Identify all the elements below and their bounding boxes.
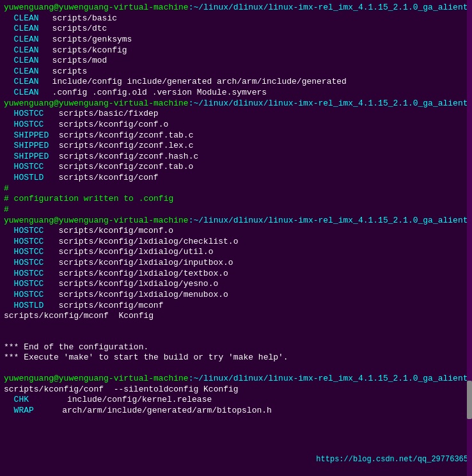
line-23: HOSTCC scripts/kconfig/lxdialog/util.o bbox=[4, 247, 468, 258]
line-13: SHIPPED scripts/kconfig/zconf.lex.c bbox=[4, 141, 468, 152]
line-0: yuwenguang@yuwenguang-virtual-machine:~/… bbox=[4, 3, 468, 13]
line-36: scripts/kconfig/conf --silentoldconfig K… bbox=[4, 385, 468, 395]
line-17: # bbox=[4, 184, 468, 194]
line-19: # bbox=[4, 205, 468, 216]
line-22: HOSTCC scripts/kconfig/lxdialog/checklis… bbox=[4, 237, 468, 248]
line-14: SHIPPED scripts/kconfig/zconf.hash.c bbox=[4, 152, 468, 163]
line-20: yuwenguang@yuwenguang-virtual-machine:~/… bbox=[4, 216, 468, 226]
line-28: HOSTLD scripts/kconfig/mconf bbox=[4, 301, 468, 312]
line-37: CHK include/config/kernel.release bbox=[4, 395, 468, 406]
line-30 bbox=[4, 322, 468, 332]
line-16: HOSTLD scripts/kconfig/conf bbox=[4, 173, 468, 184]
line-5: CLEAN scripts/mod bbox=[4, 56, 468, 67]
watermark: https://blog.csdn.net/qq_29776365 bbox=[316, 455, 468, 464]
line-7: CLEAN include/config include/generated a… bbox=[4, 77, 468, 88]
line-25: HOSTCC scripts/kconfig/lxdialog/textbox.… bbox=[4, 269, 468, 280]
line-29: scripts/kconfig/mconf Kconfig bbox=[4, 311, 468, 322]
line-10: HOSTCC scripts/basic/fixdep bbox=[4, 109, 468, 120]
line-35: yuwenguang@yuwenguang-virtual-machine:~/… bbox=[4, 374, 468, 385]
line-9: yuwenguang@yuwenguang-virtual-machine:~/… bbox=[4, 99, 468, 109]
line-1: CLEAN scripts/basic bbox=[4, 13, 468, 24]
line-34 bbox=[4, 363, 468, 374]
line-3: CLEAN scripts/genksyms bbox=[4, 35, 468, 45]
terminal-output: yuwenguang@yuwenguang-virtual-machine:~/… bbox=[4, 3, 468, 416]
line-11: HOSTCC scripts/kconfig/conf.o bbox=[4, 120, 468, 131]
line-18: # configuration written to .config bbox=[4, 194, 468, 205]
line-12: SHIPPED scripts/kconfig/zconf.tab.c bbox=[4, 131, 468, 141]
line-21: HOSTCC scripts/kconfig/mconf.o bbox=[4, 226, 468, 237]
line-24: HOSTCC scripts/kconfig/lxdialog/inputbox… bbox=[4, 258, 468, 269]
line-33: *** Execute 'make' to start the build or… bbox=[4, 353, 468, 363]
line-38: WRAP arch/arm/include/generated/arm/bito… bbox=[4, 406, 468, 416]
line-2: CLEAN scripts/dtc bbox=[4, 24, 468, 35]
line-32: *** End of the configuration. bbox=[4, 342, 468, 353]
line-4: CLEAN scripts/kconfig bbox=[4, 45, 468, 56]
line-26: HOSTCC scripts/kconfig/lxdialog/yesno.o bbox=[4, 279, 468, 290]
scrollbar-thumb[interactable] bbox=[467, 381, 472, 419]
line-15: HOSTCC scripts/kconfig/zconf.tab.o bbox=[4, 162, 468, 173]
line-6: CLEAN scripts bbox=[4, 67, 468, 77]
line-27: HOSTCC scripts/kconfig/lxdialog/menubox.… bbox=[4, 290, 468, 301]
scrollbar[interactable] bbox=[467, 0, 472, 476]
line-8: CLEAN .config .config.old .version Modul… bbox=[4, 88, 468, 99]
line-31 bbox=[4, 332, 468, 342]
terminal-window: yuwenguang@yuwenguang-virtual-machine:~/… bbox=[0, 0, 472, 476]
